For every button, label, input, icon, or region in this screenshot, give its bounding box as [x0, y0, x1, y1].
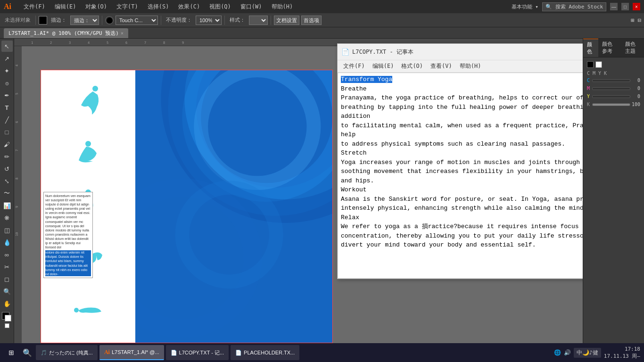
symbol-tool[interactable]: ❋ — [1, 212, 13, 223]
preferences-button[interactable]: 首选项 — [301, 16, 322, 25]
no-fill-btn[interactable] — [5, 323, 9, 328]
menu-view[interactable]: 视图(Q) — [207, 2, 233, 12]
taskbar-clock[interactable]: 17:18 17.11.13 周— — [604, 346, 640, 360]
music-icon: 🎵 — [41, 350, 47, 356]
color-mode-swatch[interactable]: ⬤ — [105, 16, 114, 25]
minimize-app-button[interactable]: — — [610, 3, 618, 10]
rotate-tool[interactable]: ↺ — [1, 163, 13, 174]
close-app-button[interactable]: × — [633, 3, 640, 10]
fill-color-box[interactable] — [2, 312, 12, 322]
color-ref-tab[interactable]: 颜色参考 — [598, 39, 621, 57]
pen-tool[interactable]: ✒ — [1, 90, 13, 101]
np-menu-format[interactable]: 格式(O) — [397, 61, 427, 71]
eraser-tool[interactable]: ◻ — [1, 273, 13, 285]
magic-wand-tool[interactable]: ✦ — [1, 65, 13, 76]
svg-text:7: 7 — [144, 41, 146, 45]
menu-window[interactable]: 窗口(W) — [239, 2, 264, 12]
cmyk-sliders: C 0 M 0 Y 0 K — [587, 78, 640, 107]
touch-select[interactable]: Touch C... — [116, 16, 158, 25]
np-menu-file[interactable]: 文件(F) — [339, 61, 369, 71]
y-value: 0 — [632, 94, 640, 99]
doc-settings-button[interactable]: 文档设置 — [274, 16, 299, 25]
svg-text:5: 5 — [107, 41, 108, 45]
notepad-taskbar-label: L7COPY.TXT - 记... — [179, 349, 224, 356]
notepad-content[interactable]: Transform Yoga Breathe Pranayama, the yo… — [338, 73, 583, 279]
menu-help[interactable]: 帮助(H) — [270, 2, 295, 12]
type-tool[interactable]: T — [1, 102, 13, 113]
placeholder-taskbar-icon: 📄 — [235, 350, 242, 356]
svg-rect-10 — [14, 46, 22, 343]
m-track[interactable] — [592, 87, 630, 90]
m-slider-row: M 0 — [587, 86, 640, 91]
menu-text[interactable]: 文字(T) — [115, 2, 140, 12]
placeholder-taskbar-label: PLACEHOLDER.TX... — [244, 350, 295, 355]
menu-select[interactable]: 选择(S) — [146, 2, 171, 12]
latin-textbox: Num doloreetum ven esequam ver suscipist… — [43, 192, 93, 278]
taskbar-placeholder-app[interactable]: 📄 PLACEHOLDER.TX... — [231, 345, 299, 360]
svg-point-19 — [85, 141, 91, 147]
stroke-label: 描边： — [49, 16, 68, 25]
y-track[interactable] — [592, 95, 630, 98]
menu-file[interactable]: 文件(F) — [22, 2, 47, 12]
right-panel-tabs: 颜色 颜色参考 颜色主题 — [583, 39, 644, 58]
ai-logo: Ai — [4, 2, 11, 11]
toolbar: 未选择对象 描边： 描边： 1pt 2pt ⬤ Touch C... 不透明度：… — [0, 13, 644, 27]
canvas-wrapper[interactable]: 1 2 3 4 5 6 7 8 9 4 5 6 7 8 9 10 — [14, 39, 583, 343]
tab-bar: L7START_1.AI* @ 100% (CMYK/GPU 预选) × — [0, 27, 644, 39]
line-tool[interactable]: ╱ — [1, 114, 13, 125]
volume-icon[interactable]: 🔊 — [564, 349, 571, 356]
eyedropper-tool[interactable]: 💧 — [1, 237, 13, 248]
np-menu-view[interactable]: 查看(V) — [427, 61, 456, 71]
np-menu-edit[interactable]: 编辑(E) — [369, 61, 398, 71]
direct-select-tool[interactable]: ↗ — [1, 53, 13, 64]
graph-tool[interactable]: 📊 — [1, 200, 13, 211]
menu-effect[interactable]: 效果(C) — [176, 2, 202, 12]
search-stock-input[interactable]: 🔍 搜索 Adobe Stock — [542, 2, 606, 11]
selection-tool[interactable]: ↖ — [1, 41, 13, 52]
menu-object[interactable]: 对象(O) — [83, 2, 109, 12]
restore-app-button[interactable]: □ — [621, 3, 629, 10]
fill-indicator[interactable] — [587, 61, 594, 68]
lasso-tool[interactable]: ⌾ — [1, 77, 13, 89]
taskbar-music-app[interactable]: 🎵 だったのに (纯真... — [36, 345, 98, 360]
slice-tool[interactable]: ✂ — [1, 261, 13, 272]
taskbar-ime[interactable]: 中🌙♪健 — [574, 348, 601, 358]
notepad-titlebar: 📄 L7COPY.TXT - 记事本 — □ × — [338, 44, 583, 60]
opacity-label: 不透明度： — [164, 16, 194, 25]
c-track[interactable] — [592, 79, 630, 82]
main-area: ↖ ↗ ✦ ⌾ ✒ T ╱ □ 🖌 ✏ ↺ ⤡ 〜 📊 ❋ ◫ 💧 ∞ ✂ ◻ … — [0, 39, 644, 343]
start-button[interactable]: ⊞ — [4, 345, 19, 360]
taskbar-illustrator-app[interactable]: Ai L7START_1.AI* @... — [99, 345, 164, 360]
c-slider-row: C 0 — [587, 78, 640, 83]
svg-text:6: 6 — [125, 41, 127, 45]
selection-tool-indicator: 未选择对象 — [3, 16, 33, 25]
art-right — [135, 70, 332, 343]
color-tab[interactable]: 颜色 — [583, 39, 598, 57]
warp-tool[interactable]: 〜 — [1, 188, 13, 199]
fill-swatch[interactable] — [39, 16, 47, 25]
style-select[interactable] — [249, 16, 268, 25]
paintbrush-tool[interactable]: 🖌 — [1, 139, 13, 150]
opacity-select[interactable]: 100% 75% 50% — [196, 16, 222, 25]
pencil-tool[interactable]: ✏ — [1, 151, 13, 162]
blend-tool[interactable]: ∞ — [1, 249, 13, 260]
scale-tool[interactable]: ⤡ — [1, 175, 13, 187]
hand-tool[interactable]: ✋ — [1, 298, 13, 309]
stroke-indicator[interactable] — [595, 61, 602, 68]
document-tab-close[interactable]: × — [121, 31, 124, 36]
taskbar-notepad-app[interactable]: 📄 L7COPY.TXT - 记... — [166, 345, 229, 360]
document-tab[interactable]: L7START_1.AI* @ 100% (CMYK/GPU 预选) × — [4, 28, 128, 38]
menu-edit[interactable]: 编辑(E) — [53, 2, 78, 12]
k-track[interactable] — [592, 103, 630, 106]
svg-text:7: 7 — [15, 149, 19, 151]
svg-text:8: 8 — [163, 41, 165, 45]
gradient-tool[interactable]: ◫ — [1, 224, 13, 236]
workspace-selector[interactable]: 基本功能 ▾ — [512, 3, 538, 10]
color-theme-tab[interactable]: 颜色主题 — [621, 39, 644, 57]
style-label: 样式： — [228, 16, 247, 25]
zoom-tool[interactable]: 🔍 — [1, 286, 13, 297]
rect-tool[interactable]: □ — [1, 126, 13, 138]
stroke-weight-select[interactable]: 描边： 1pt 2pt — [70, 16, 99, 25]
taskbar-search-button[interactable]: 🔍 — [21, 346, 34, 359]
np-menu-help[interactable]: 帮助(H) — [456, 61, 485, 71]
